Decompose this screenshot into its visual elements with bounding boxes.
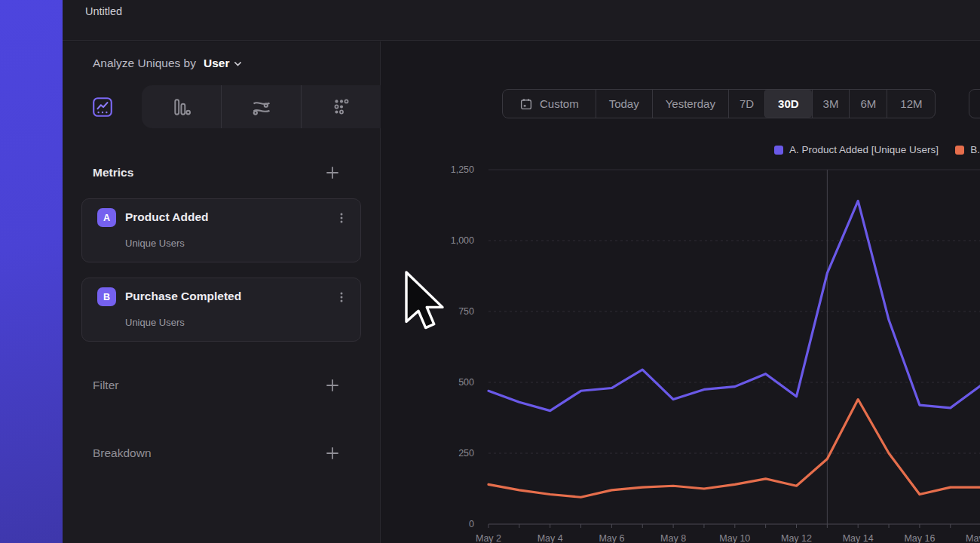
range-label: Custom [540, 97, 579, 110]
metric-badge-a: A [97, 208, 116, 227]
svg-text:0: 0 [469, 519, 474, 529]
flow-chart-icon [251, 97, 272, 118]
svg-text:May 4: May 4 [537, 533, 563, 543]
tab-grid-chart[interactable] [301, 85, 381, 128]
analyze-selector-row: Analyze Uniques by User [93, 57, 243, 70]
range-button-custom[interactable]: Custom [503, 90, 596, 118]
chart-type-tabs [142, 85, 381, 128]
range-button-7d[interactable]: 7D [728, 90, 764, 118]
svg-text:May 6: May 6 [599, 533, 624, 543]
plus-icon [326, 379, 339, 392]
svg-text:May 8: May 8 [660, 533, 686, 543]
metrics-title: Metrics [93, 166, 133, 179]
plus-icon [326, 166, 339, 179]
svg-text:May 18: May 18 [966, 533, 980, 543]
plus-icon [326, 446, 339, 460]
metric-subtitle: Unique Users [125, 317, 185, 328]
filter-title: Filter [93, 379, 118, 392]
svg-text:750: 750 [458, 306, 474, 317]
range-label: 12M [900, 97, 922, 110]
tab-flow-chart[interactable] [221, 85, 301, 128]
range-button-30d[interactable]: 30D [764, 90, 812, 118]
bar-chart-icon [172, 97, 191, 117]
breakdown-section-header: Breakdown [93, 446, 340, 461]
metrics-section-header: Metrics [93, 165, 340, 180]
chart-canvas[interactable]: 02505007501,0001,250May 2May 4May 6May 8… [381, 136, 980, 543]
range-label: Today [609, 97, 639, 110]
metric-title: Purchase Completed [125, 290, 241, 303]
top-header: Untitled [63, 0, 980, 41]
range-label: 30D [778, 97, 799, 110]
range-label: 7D [740, 97, 754, 110]
chart-panel: CustomTodayYesterday7D30D3M6M12M Compare… [381, 41, 980, 543]
svg-text:250: 250 [458, 448, 474, 459]
kebab-menu-icon [335, 291, 348, 303]
svg-text:May 12: May 12 [781, 533, 812, 543]
query-sidebar: Analyze Uniques by User [63, 41, 381, 543]
kebab-menu-icon [335, 212, 348, 224]
metric-card-a[interactable]: A Product Added Unique Users [81, 198, 361, 262]
metric-options-button[interactable] [333, 210, 350, 226]
report-title[interactable]: Untitled [85, 5, 122, 17]
range-label: Yesterday [666, 97, 715, 110]
range-button-yesterday[interactable]: Yesterday [652, 90, 728, 118]
analyze-label: Analyze Uniques by [93, 57, 196, 70]
svg-text:May 16: May 16 [904, 533, 935, 543]
svg-text:May 10: May 10 [719, 533, 750, 543]
tab-bar-chart[interactable] [142, 85, 221, 128]
svg-text:1,000: 1,000 [451, 235, 474, 246]
metric-card-b[interactable]: B Purchase Completed Unique Users [81, 278, 361, 342]
add-filter-button[interactable] [325, 378, 340, 393]
svg-text:May 2: May 2 [476, 533, 501, 543]
range-button-3m[interactable]: 3M [812, 90, 850, 118]
metric-options-button[interactable] [333, 289, 350, 305]
metric-title: Product Added [125, 210, 209, 224]
range-button-6m[interactable]: 6M [849, 90, 887, 118]
background-gradient [0, 0, 63, 543]
analyze-value-dropdown[interactable]: User [204, 57, 243, 70]
breakdown-title: Breakdown [93, 446, 152, 460]
range-label: 6M [860, 97, 876, 110]
metric-badge-b: B [97, 287, 116, 306]
add-metric-button[interactable] [325, 165, 340, 180]
svg-text:1,250: 1,250 [451, 164, 474, 175]
add-breakdown-button[interactable] [325, 446, 340, 461]
svg-text:500: 500 [458, 377, 474, 388]
range-label: 3M [823, 97, 839, 110]
date-range-control: CustomTodayYesterday7D30D3M6M12M [502, 89, 936, 118]
app-window: Untitled Analyze Uniques by User [63, 0, 980, 543]
calendar-icon [519, 97, 533, 111]
svg-text:May 14: May 14 [843, 533, 874, 543]
grid-chart-icon [332, 97, 351, 117]
filter-section-header: Filter [93, 378, 340, 393]
range-button-today[interactable]: Today [596, 90, 652, 118]
compare-button[interactable]: Compare [969, 89, 980, 118]
chevron-down-icon [233, 59, 243, 69]
line-chart-icon [91, 96, 114, 118]
metric-subtitle: Unique Users [125, 238, 185, 249]
range-button-12m[interactable]: 12M [887, 90, 935, 118]
tab-line-chart[interactable] [88, 93, 117, 121]
